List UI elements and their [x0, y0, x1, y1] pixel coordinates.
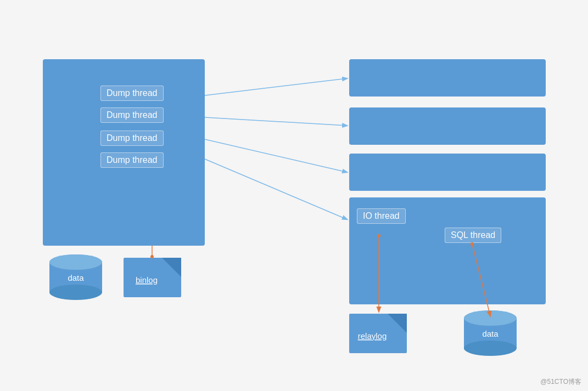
svg-line-19 — [205, 159, 347, 219]
master-data-cylinder: data — [49, 254, 102, 300]
svg-line-18 — [205, 139, 347, 172]
relay-box-2 — [349, 107, 546, 145]
dump-thread-2: Dump thread — [100, 107, 164, 123]
svg-point-11 — [464, 310, 517, 326]
svg-marker-6 — [162, 258, 181, 277]
svg-marker-9 — [388, 314, 407, 333]
svg-line-16 — [205, 78, 347, 95]
svg-line-17 — [205, 117, 347, 126]
svg-text:data: data — [68, 273, 84, 282]
svg-point-2 — [49, 285, 102, 300]
svg-rect-1 — [49, 262, 102, 292]
svg-rect-8 — [349, 314, 407, 353]
io-thread-label: IO thread — [357, 208, 406, 224]
relaylog-box: relaylog — [349, 314, 407, 353]
svg-rect-5 — [124, 258, 181, 297]
svg-text:data: data — [482, 329, 499, 338]
relay-box-1 — [349, 59, 546, 97]
binlog-cylinder: binlog — [124, 258, 181, 297]
diagram-container: Dump thread Dump thread Dump thread Dump… — [0, 0, 588, 391]
svg-point-0 — [49, 254, 102, 270]
watermark: @51CTO博客 — [540, 377, 581, 387]
dump-thread-1: Dump thread — [100, 86, 164, 101]
svg-rect-12 — [464, 318, 517, 348]
dump-thread-3: Dump thread — [100, 131, 164, 146]
dump-thread-4: Dump thread — [100, 152, 164, 168]
svg-point-3 — [49, 254, 102, 270]
sql-thread-label: SQL thread — [445, 228, 501, 243]
svg-point-21 — [150, 255, 154, 258]
svg-point-14 — [464, 310, 517, 326]
svg-point-13 — [464, 341, 517, 356]
slave-data-cylinder: data — [464, 310, 517, 356]
svg-text:relaylog: relaylog — [358, 331, 387, 341]
relay-box-3 — [349, 154, 546, 191]
svg-text:binlog: binlog — [136, 275, 158, 285]
